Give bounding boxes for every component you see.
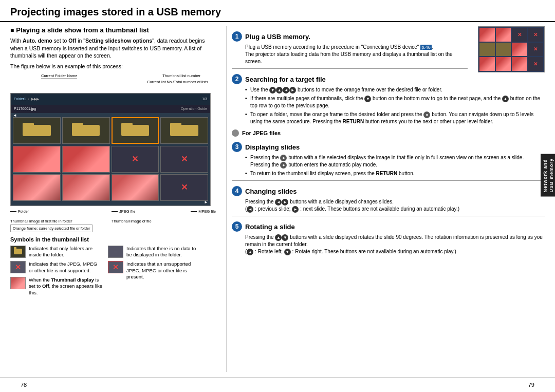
symbol-text-unsupported: Indicates that an unsupported JPEG, MPEG…: [126, 261, 200, 280]
symbols-section: Symbols in the thumbnail list Indicates …: [10, 236, 216, 299]
step1-link: p.46: [420, 45, 432, 50]
right-column: ✕ ✕ ✕ ✕ 1 Plug a USB memory. Plug a: [226, 26, 550, 372]
step2-title: Searching for a target file: [245, 76, 326, 83]
side-tab: Network andUSB memory: [541, 154, 555, 197]
step4-content: Pressing the ◄► buttons with a slide dis…: [245, 198, 545, 213]
step4-title: Changing slides: [245, 188, 297, 195]
step2-bullet-3: To open a folder, move the orange frame …: [245, 111, 545, 125]
orange-frame-label: Orange frame: currently selected file or…: [10, 225, 92, 232]
step4-header: 4 Changing slides: [232, 186, 545, 196]
diagram-top-labels: Current Folder Name Thumbnail list numbe…: [10, 73, 211, 90]
symbol-item-unsupported: ✕ Indicates that an unsupported JPEG, MP…: [108, 261, 200, 280]
step2-content: Use the ▼▲◄► buttons to move the orange …: [245, 86, 545, 125]
step3-number: 3: [232, 142, 242, 152]
symbol-icon-flower-off: [10, 277, 26, 289]
symbol-text-empty: Indicates that there is no data to be di…: [126, 246, 200, 258]
step5-number: 5: [232, 221, 242, 232]
figure-note: The figure below is an example of this p…: [10, 63, 216, 70]
step3-bullets: Pressing the ● button with a file select…: [245, 154, 545, 177]
label-thumbnail-file: Thumbnail image of file: [112, 219, 152, 223]
divider-2: [232, 180, 545, 181]
thumbnail-diagram-wrapper: Current Folder Name Thumbnail list numbe…: [10, 73, 216, 232]
step3-title: Displaying slides: [245, 143, 300, 151]
step2-number: 2: [232, 74, 242, 84]
symbols-title: Symbols in the thumbnail list: [10, 236, 216, 242]
step1-number: 1: [232, 31, 242, 42]
step1-title: Plug a USB memory.: [245, 33, 310, 41]
page-title: Projecting images stored in a USB memory: [0, 0, 555, 22]
left-column: Playing a slide show from a thumbnail li…: [5, 26, 221, 372]
symbol-col-left-1: Indicates that only folders are inside t…: [10, 246, 103, 299]
usb-mini-grid: ✕ ✕ ✕ ✕: [478, 26, 545, 72]
step3-bullet-1: Pressing the ● button with a file select…: [245, 154, 545, 169]
label-current-folder: Current Folder Name: [41, 73, 77, 79]
step4-number: 4: [232, 186, 242, 196]
row3: ✕: [13, 174, 208, 201]
jpeg-label: For JPEG files: [242, 130, 281, 136]
symbol-text-folder: Indicates that only folders are inside t…: [29, 246, 103, 258]
jpeg-dot-icon: [232, 129, 239, 137]
left-section-title: Playing a slide show from a thumbnail li…: [10, 26, 216, 34]
symbol-text-flower-off: When the Thumbnail display is set to Off…: [29, 277, 103, 296]
diagram-top-bar: Folder1 / ▶▶▶ 1/3: [11, 94, 210, 105]
symbol-icon-empty: —: [108, 246, 123, 258]
divider-1: [232, 68, 468, 69]
intro-text: With Auto. demo set to Off in "Setting s…: [10, 37, 216, 60]
step1-text3: The projector starts loading data from t…: [245, 51, 453, 64]
symbol-item-x-red: ✕ Indicates that the JPEG, MPEG or other…: [10, 261, 103, 274]
step3-header: 3 Displaying slides: [232, 142, 545, 152]
jpeg-marker: For JPEG files: [232, 129, 545, 137]
thumbnail-diagram: Folder1 / ▶▶▶ 1/3 P1170001.jpg Operation…: [10, 93, 211, 206]
page-number-left: 78: [21, 382, 27, 388]
step3-content: Pressing the ● button with a file select…: [245, 154, 545, 177]
symbol-icon-folder: [10, 246, 26, 258]
page-footer: 78 79: [0, 377, 555, 392]
label-current-list: Current list No./Total number of lists: [147, 80, 208, 84]
symbol-item-folder: Indicates that only folders are inside t…: [10, 246, 103, 258]
step2-bullet-1: Use the ▼▲◄► buttons to move the orange …: [245, 86, 545, 94]
page-container: Projecting images stored in a USB memory…: [0, 0, 555, 392]
usb-screen-preview: ✕ ✕ ✕ ✕: [473, 26, 545, 76]
symbol-row-1: Indicates that only folders are inside t…: [10, 246, 216, 299]
symbol-col-right-1: — Indicates that there is no data to be …: [108, 246, 200, 299]
symbol-item-empty: — Indicates that there is no data to be …: [108, 246, 200, 258]
symbol-icon-x-red: ✕: [10, 261, 26, 273]
label-jpeg: JPEG file: [119, 209, 135, 214]
row1: [13, 117, 208, 144]
row2: ✕ ✕: [13, 146, 208, 173]
label-mpeg: MPEG file: [198, 209, 216, 214]
label-thumbnail-first: Thumbnail image of first file in folder: [10, 219, 72, 223]
step5-header: 5 Rotating a slide: [232, 221, 545, 232]
content-area: Playing a slide show from a thumbnail li…: [0, 26, 555, 372]
step5-content: Pressing the ▲▼ buttons with a slide dis…: [245, 234, 545, 255]
step1-header: 1 Plug a USB memory.: [232, 31, 468, 42]
step3-bullet-2: To return to the thumbnail list display …: [245, 170, 545, 177]
step2-bullets: Use the ▼▲◄► buttons to move the orange …: [245, 86, 545, 125]
symbol-text-x-red: Indicates that the JPEG, MPEG or other f…: [29, 261, 103, 274]
page-number-right: 79: [528, 382, 534, 388]
step2-header: 2 Searching for a target file: [232, 74, 468, 84]
step5-title: Rotating a slide: [245, 223, 295, 231]
diagram-bottom-labels: Folder Thumbnail image of first file in …: [10, 209, 216, 223]
step2-bullet-2: If there are multiple pages of thumbnail…: [245, 95, 545, 109]
label-folder: Folder: [18, 209, 29, 214]
label-thumbnail-list: Thumbnail list number: [162, 73, 200, 78]
symbol-icon-unsupported: ✕: [108, 261, 123, 273]
diagram-filename-bar: P1170001.jpg Operation Guide: [11, 105, 210, 113]
symbol-item-flower-off: When the Thumbnail display is set to Off…: [10, 277, 103, 296]
divider-3: [232, 216, 545, 216]
